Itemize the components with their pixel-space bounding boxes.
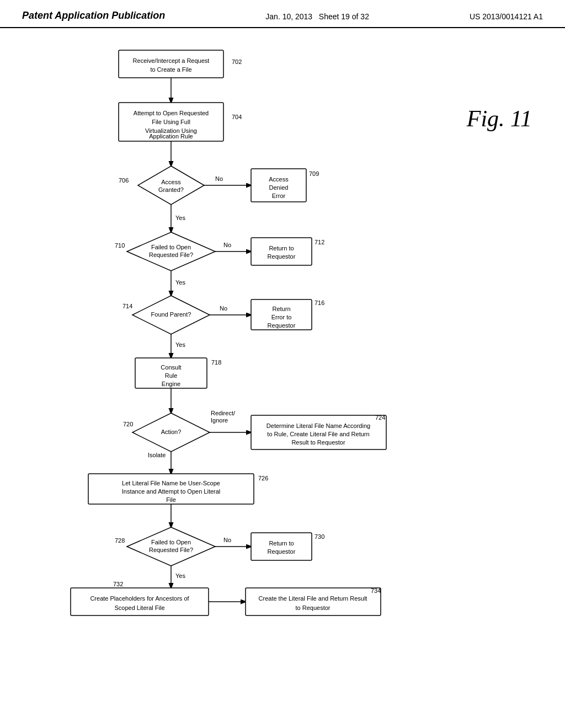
svg-text:Consult: Consult bbox=[161, 364, 181, 371]
svg-text:712: 712 bbox=[315, 239, 324, 245]
svg-text:Yes: Yes bbox=[175, 341, 185, 348]
svg-text:Access: Access bbox=[269, 176, 289, 183]
svg-text:Yes: Yes bbox=[175, 279, 185, 286]
patent-number: US 2013/0014121 A1 bbox=[470, 10, 543, 21]
svg-text:706: 706 bbox=[119, 177, 129, 184]
svg-text:728: 728 bbox=[115, 537, 125, 544]
svg-rect-91 bbox=[246, 588, 381, 615]
svg-text:Return to: Return to bbox=[269, 540, 294, 547]
svg-text:Create Placeholders for Ancest: Create Placeholders for Ancestors of bbox=[90, 595, 189, 602]
svg-text:714: 714 bbox=[122, 303, 132, 309]
svg-text:730: 730 bbox=[315, 533, 324, 540]
svg-text:Return: Return bbox=[272, 306, 290, 312]
svg-text:to Rule, Create Literal File a: to Rule, Create Literal File and Return bbox=[267, 431, 369, 437]
svg-rect-31 bbox=[251, 238, 312, 265]
svg-text:Failed to Open: Failed to Open bbox=[151, 539, 191, 545]
svg-text:Engine: Engine bbox=[162, 381, 180, 387]
svg-text:Requested File?: Requested File? bbox=[149, 547, 193, 553]
svg-text:704: 704 bbox=[232, 114, 242, 120]
svg-text:Result to Requestor: Result to Requestor bbox=[291, 439, 345, 446]
svg-text:Isolate: Isolate bbox=[148, 452, 166, 458]
svg-text:Requestor: Requestor bbox=[268, 548, 296, 555]
svg-text:710: 710 bbox=[115, 242, 125, 249]
svg-text:Receive/Intercept a Request: Receive/Intercept a Request bbox=[133, 57, 210, 64]
svg-text:Let Literal File Name be User-: Let Literal File Name be User-Scope bbox=[122, 480, 220, 486]
svg-text:Instance and Attempt to Open L: Instance and Attempt to Open Literal bbox=[122, 488, 221, 495]
svg-text:Attempt to Open Requested: Attempt to Open Requested bbox=[134, 110, 209, 116]
svg-text:Yes: Yes bbox=[175, 572, 185, 579]
svg-text:Rule: Rule bbox=[165, 372, 178, 379]
svg-text:Scoped Literal File: Scoped Literal File bbox=[114, 604, 164, 611]
svg-text:709: 709 bbox=[309, 170, 319, 177]
svg-text:Ignore: Ignore bbox=[211, 417, 228, 424]
svg-text:Denied: Denied bbox=[269, 184, 289, 191]
sheet-info: Jan. 10, 2013 Sheet 19 of 32 bbox=[265, 10, 369, 21]
svg-text:Requestor: Requestor bbox=[268, 322, 296, 329]
svg-text:Application Rule: Application Rule bbox=[149, 133, 193, 140]
svg-text:Action?: Action? bbox=[161, 429, 182, 435]
svg-marker-12 bbox=[138, 166, 204, 205]
svg-text:Found Parent?: Found Parent? bbox=[151, 311, 191, 318]
svg-text:724: 724 bbox=[375, 414, 385, 421]
svg-rect-87 bbox=[71, 588, 209, 615]
svg-text:726: 726 bbox=[258, 475, 268, 481]
svg-text:Determine Literal File Name Ac: Determine Literal File Name According bbox=[266, 422, 370, 429]
svg-text:to Create a File: to Create a File bbox=[150, 66, 191, 73]
svg-text:Create the Literal File and Re: Create the Literal File and Return Resul… bbox=[259, 595, 367, 602]
svg-text:to Requestor: to Requestor bbox=[296, 604, 331, 611]
date: Jan. 10, 2013 bbox=[265, 12, 312, 21]
flowchart: Receive/Intercept a Request to Create a … bbox=[33, 45, 419, 698]
main-content: Fig. 11 Receive/Intercept a Request to C… bbox=[0, 28, 565, 690]
svg-text:Redirect/: Redirect/ bbox=[211, 410, 236, 416]
page-header: Patent Application Publication Jan. 10, … bbox=[0, 0, 565, 28]
svg-text:Yes: Yes bbox=[175, 215, 185, 221]
svg-text:No: No bbox=[220, 305, 227, 312]
publication-title: Patent Application Publication bbox=[22, 10, 165, 22]
svg-text:716: 716 bbox=[315, 299, 324, 306]
svg-text:No: No bbox=[223, 537, 231, 543]
svg-text:702: 702 bbox=[232, 58, 242, 65]
svg-text:File Using Full: File Using Full bbox=[152, 119, 190, 125]
svg-text:Requestor: Requestor bbox=[268, 253, 296, 260]
svg-text:Error to: Error to bbox=[271, 314, 292, 320]
figure-label: Fig. 11 bbox=[467, 105, 532, 132]
svg-text:732: 732 bbox=[113, 581, 123, 587]
svg-text:Failed to Open: Failed to Open bbox=[151, 244, 191, 250]
svg-text:Access: Access bbox=[161, 179, 181, 185]
svg-text:No: No bbox=[223, 242, 231, 248]
svg-text:Error: Error bbox=[272, 192, 286, 199]
svg-rect-80 bbox=[251, 533, 312, 560]
svg-text:Requested File?: Requested File? bbox=[149, 251, 193, 258]
svg-text:Granted?: Granted? bbox=[158, 186, 184, 193]
svg-text:Return to: Return to bbox=[269, 245, 294, 251]
sheet: Sheet 19 of 32 bbox=[319, 12, 369, 21]
svg-text:720: 720 bbox=[123, 421, 133, 427]
svg-rect-0 bbox=[119, 50, 223, 78]
svg-text:718: 718 bbox=[211, 359, 221, 366]
svg-text:734: 734 bbox=[371, 587, 381, 594]
svg-text:No: No bbox=[215, 175, 223, 182]
svg-text:File: File bbox=[166, 496, 176, 503]
